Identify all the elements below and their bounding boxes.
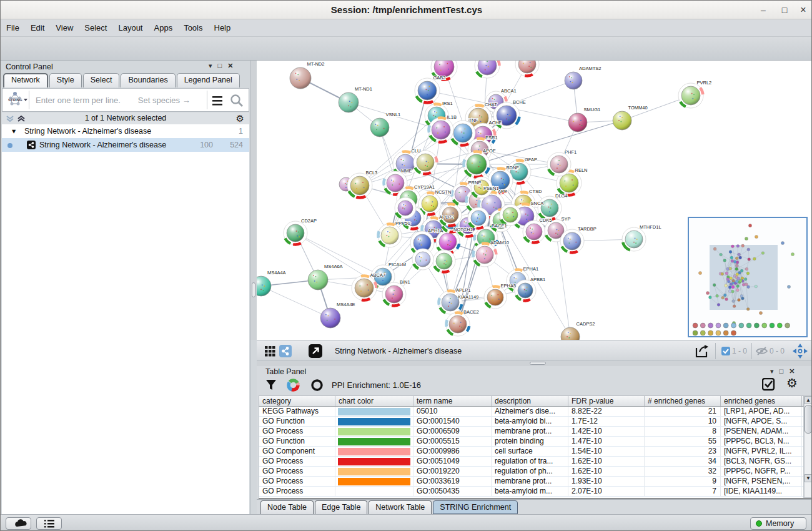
close-panel-icon[interactable]: ✕	[227, 62, 233, 70]
protein-node-f5[interactable]	[433, 250, 455, 272]
table-row[interactable]: GO ProcessGO:0019220regulation of ph...1…	[259, 467, 803, 477]
close-panel-icon[interactable]: ✕	[789, 367, 795, 375]
expand-all-icon[interactable]	[6, 115, 14, 122]
tab-edge-table[interactable]: Edge Table	[315, 500, 367, 514]
protein-node-BACE2[interactable]	[446, 312, 470, 336]
menu-view[interactable]: View	[50, 19, 79, 36]
select-all-checkbox-icon[interactable]	[762, 378, 775, 391]
birds-eye-view[interactable]	[688, 217, 808, 337]
protein-node-GAB2[interactable]	[415, 78, 440, 103]
string-protein-query-icon[interactable]: STRING	[6, 91, 27, 109]
task-list-button[interactable]	[36, 517, 62, 530]
automation-cloud-button[interactable]	[6, 517, 31, 530]
protein-node-f8[interactable]	[500, 204, 521, 226]
protein-node-BCL3[interactable]	[347, 173, 372, 198]
scroll-down-icon[interactable]: ▼	[805, 474, 812, 482]
protein-node-f6[interactable]	[412, 249, 433, 270]
protein-node-f9[interactable]	[468, 207, 489, 229]
float-menu-icon[interactable]: ▾	[209, 62, 212, 70]
column-header-enriched-genes[interactable]: enriched genes	[721, 396, 802, 406]
menu-edit[interactable]: Edit	[25, 19, 50, 36]
menu-tools[interactable]: Tools	[178, 19, 208, 36]
protein-node-MS4A4A[interactable]	[257, 276, 271, 296]
tab-legend-panel[interactable]: Legend Panel	[177, 73, 240, 87]
table-row[interactable]: GO ComponentGO:0009986cell surface1.54E-…	[259, 447, 803, 457]
protein-node-DLG4[interactable]	[538, 196, 562, 220]
tab-string-enrichment[interactable]: STRING Enrichment	[433, 500, 518, 514]
network-canvas[interactable]: MT-ND2MT-ND1VSNL1GAB2IRS1CHATABCA1BCHEAC…	[257, 61, 812, 340]
float-icon[interactable]: □	[218, 62, 222, 70]
clear-ring-icon[interactable]	[310, 379, 324, 392]
protein-node-MS4A4E[interactable]	[320, 308, 340, 328]
splitter-handle[interactable]	[252, 282, 255, 297]
close-button[interactable]: ×	[794, 1, 812, 19]
filter-funnel-icon[interactable]	[265, 379, 277, 391]
table-row[interactable]: GO FunctionGO:0005515protein binding1.47…	[259, 437, 803, 447]
query-input[interactable]: Enter one term per line.	[36, 96, 121, 105]
protein-node-VSNL1[interactable]	[370, 118, 389, 137]
query-search-icon[interactable]	[230, 94, 244, 107]
protein-node-f2[interactable]	[395, 197, 416, 219]
grid-view-icon[interactable]	[265, 346, 275, 357]
table-row[interactable]: GO ProcessGO:0033619membrane prot...1.93…	[259, 477, 803, 487]
tab-network[interactable]: Network	[3, 73, 48, 87]
table-row[interactable]: GO ProcessGO:0051049regulation of tra...…	[259, 457, 803, 467]
tab-select[interactable]: Select	[83, 73, 120, 87]
network-collection-row[interactable]: ▾ String Network - Alzheimer's disease 1	[2, 124, 249, 138]
protein-node-PHF1[interactable]	[547, 152, 571, 176]
collapse-caret-icon[interactable]: ▾	[12, 124, 16, 138]
protein-node-MT-ND1[interactable]	[339, 92, 359, 112]
memory-button[interactable]: Memory	[750, 517, 806, 530]
protein-node-APOE[interactable]	[463, 151, 490, 177]
menu-help[interactable]: Help	[209, 19, 237, 36]
protein-node-PPP5C[interactable]	[378, 224, 402, 247]
protein-node-PVRL2[interactable]	[678, 83, 703, 108]
hidden-eye-icon[interactable]	[756, 346, 768, 356]
minimize-button[interactable]: –	[754, 1, 773, 19]
chart-donut-icon[interactable]	[287, 379, 300, 392]
protein-node-TARDBP[interactable]	[560, 229, 584, 253]
protein-node-SMUG1[interactable]	[568, 113, 587, 132]
export-network-icon[interactable]	[695, 344, 710, 358]
protein-node-EPHA5[interactable]	[484, 286, 507, 309]
table-row[interactable]: GO ProcessGO:0050435beta-amyloid m...2.0…	[259, 487, 803, 497]
protein-node-IL1B[interactable]	[428, 117, 453, 142]
scroll-up-icon[interactable]: ▲	[805, 396, 812, 404]
protein-node-ABCA7[interactable]	[352, 275, 377, 300]
network-edge[interactable]	[295, 233, 383, 277]
protein-node-CD2AP[interactable]	[284, 221, 307, 245]
column-header-description[interactable]: description	[492, 396, 568, 406]
navigate-compass-icon[interactable]	[793, 344, 808, 359]
protein-node-ADAM10[interactable]	[473, 243, 497, 267]
protein-node-n3[interactable]	[515, 61, 539, 76]
column-header--enriched-genes[interactable]: # enriched genes	[645, 396, 721, 406]
menu-file[interactable]: File	[1, 19, 25, 36]
tab-style[interactable]: Style	[49, 73, 82, 87]
protein-node-ADAMTS2[interactable]	[565, 72, 582, 89]
network-options-gear-icon[interactable]: ⚙	[236, 113, 244, 124]
tab-node-table[interactable]: Node Table	[260, 500, 314, 514]
maximize-button[interactable]: □	[775, 1, 794, 19]
network-row-selected[interactable]: String Network - Alzheimer's disease 100…	[2, 138, 249, 152]
float-icon[interactable]: □	[780, 367, 784, 375]
selected-checkbox-icon[interactable]	[721, 347, 730, 355]
splitter-handle[interactable]	[530, 362, 546, 365]
table-scrollbar[interactable]: ▲ ▼	[804, 395, 812, 498]
protein-node-o1[interactable]	[413, 151, 437, 174]
protein-node-MTHFD1L[interactable]	[622, 227, 646, 251]
menu-layout[interactable]: Layout	[112, 19, 148, 36]
settings-gear-icon[interactable]: ⚙	[786, 375, 798, 390]
scroll-thumb[interactable]	[805, 405, 812, 434]
column-header-term-name[interactable]: term name	[413, 396, 492, 406]
protein-node-CDK5[interactable]	[523, 221, 545, 243]
protein-node-n2[interactable]	[475, 61, 500, 78]
protein-node-MS4A6A[interactable]	[308, 270, 328, 290]
protein-node-MT-ND2[interactable]	[290, 67, 311, 89]
protein-node-APBB1[interactable]	[515, 280, 536, 301]
menu-apps[interactable]: Apps	[149, 19, 179, 36]
table-row[interactable]: KEGG Pathways05010Alzheimer's dise...8.8…	[259, 407, 803, 417]
column-header-chart-color[interactable]: chart color	[335, 396, 413, 406]
menu-select[interactable]: Select	[79, 19, 112, 36]
detach-view-icon[interactable]	[309, 344, 322, 358]
query-options-icon[interactable]	[211, 95, 224, 106]
